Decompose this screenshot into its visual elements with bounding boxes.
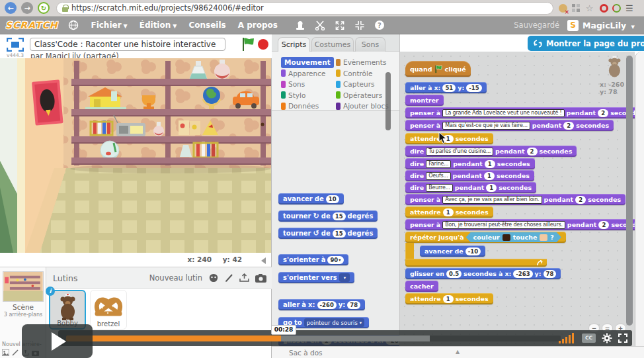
block-text-input[interactable]: Avec ça, je ne vais pas aller bien loin. — [442, 196, 542, 204]
backdrop-library-icon[interactable] — [2, 349, 9, 356]
palette-block[interactable]: s'orientervers▾ — [278, 272, 354, 283]
block-number-input[interactable]: 10 — [326, 195, 339, 203]
palette-block[interactable]: alleràx:-260y:78 — [278, 299, 365, 310]
block-number-input[interactable]: 2 — [575, 196, 586, 204]
script-block[interactable]: quandcliqué — [405, 61, 471, 77]
browser-menu-icon[interactable]: ☰ — [625, 3, 633, 13]
category-apparence[interactable]: Apparence — [281, 68, 334, 79]
url-bar[interactable]: https://scratch.mit.edu/projects/9862400… — [56, 2, 553, 15]
scripts-workspace[interactable]: x: -260 y: 78 quandcliquéalleràx:51y:-15… — [400, 52, 635, 346]
palette-scrollbar[interactable] — [385, 72, 391, 130]
video-play-button[interactable] — [22, 324, 93, 358]
camera-sprite-icon[interactable] — [255, 274, 266, 283]
category-contrôle[interactable]: Contrôle — [336, 68, 389, 79]
sprite-card-bretzel[interactable]: bretzel — [90, 290, 127, 330]
tab-costumes[interactable]: Costumes — [311, 37, 354, 52]
block-number-input[interactable]: 2 — [563, 122, 574, 130]
block-color-input[interactable] — [503, 234, 510, 241]
closed-captions-button[interactable]: CC — [582, 334, 596, 343]
paint-new-sprite-icon[interactable] — [225, 273, 233, 283]
extension-grid-icon[interactable] — [572, 4, 580, 12]
script-block[interactable]: direTu parles d'une cuisine...pendant2se… — [405, 146, 577, 157]
script-block[interactable] — [405, 259, 547, 267]
block-number-input[interactable]: 78 — [543, 270, 557, 278]
category-stylo[interactable]: Stylo — [281, 90, 334, 101]
block-number-input[interactable]: 78 — [347, 301, 360, 309]
category-mouvement[interactable]: Mouvement — [281, 57, 334, 68]
block-number-input[interactable]: 15 — [333, 212, 346, 220]
block-number-input[interactable]: 1 — [485, 160, 495, 168]
block-text-input[interactable]: Bon, je trouverai peut-être des choses a… — [442, 221, 565, 229]
sync-icon[interactable] — [612, 4, 621, 13]
block-text-input[interactable]: Farine... — [426, 160, 451, 168]
script-block[interactable]: répéterjusqu'àcouleurtouche? — [405, 232, 566, 243]
script-block[interactable]: attendre1secondes — [405, 293, 493, 304]
browser-back-button[interactable]: ← — [5, 2, 17, 14]
browser-forward-button[interactable]: → — [21, 2, 33, 14]
delete-scissors-icon[interactable] — [315, 21, 325, 30]
script-block[interactable]: montrer — [405, 95, 444, 106]
volume-icon[interactable] — [559, 333, 577, 343]
script-block[interactable]: direBeurre...pendant1secondes — [405, 182, 536, 193]
user-menu[interactable]: MagicLily ▼ — [583, 21, 635, 30]
block-text-input[interactable]: Oeufs... — [426, 172, 450, 180]
script-block[interactable]: direOeufs...pendant1secondes — [405, 170, 534, 181]
script-block[interactable]: penseràBon, je trouverai peut-être des c… — [405, 219, 635, 230]
script-block[interactable]: cacher — [405, 281, 438, 292]
grow-sprite-icon[interactable] — [335, 21, 345, 30]
block-number-input[interactable]: -260 — [317, 301, 337, 309]
duplicate-stamp-icon[interactable] — [295, 21, 305, 30]
video-fullscreen-icon[interactable] — [618, 334, 627, 343]
script-block[interactable]: attendre1secondes — [405, 206, 493, 218]
script-block[interactable]: alleràx:51y:-15 — [405, 82, 487, 93]
backpack-expand-icon[interactable]: ▲ — [456, 349, 460, 355]
sprite-card-bobby[interactable]: i Bobby — [49, 290, 86, 330]
block-number-input[interactable]: 1 — [486, 184, 497, 192]
block-number-input[interactable]: 1 — [443, 208, 454, 216]
script-block[interactable]: penseràMais qu'est-ce que je vais faire.… — [405, 120, 614, 131]
video-settings-gear-icon[interactable] — [602, 333, 612, 343]
block-color-input[interactable] — [540, 234, 547, 241]
bookmark-star-icon[interactable]: ☆ — [584, 3, 595, 13]
block-dropdown[interactable]: pointeur de souris▾ — [304, 318, 364, 327]
block-number-input[interactable]: 1 — [484, 172, 495, 180]
stage[interactable] — [0, 58, 272, 253]
menu-fichier[interactable]: Fichier▼ — [91, 21, 127, 30]
stop-button[interactable] — [258, 39, 268, 50]
block-number-input[interactable]: 2 — [598, 109, 608, 117]
extension-cookie-icon[interactable] — [559, 4, 567, 13]
menu-a-propos[interactable]: A propos — [238, 21, 278, 30]
block-number-input[interactable]: -263 — [513, 270, 532, 278]
script-block[interactable]: penseràAvec ça, je ne vais pas aller bie… — [405, 194, 625, 205]
show-project-page-button[interactable]: Montrer la page du projet — [528, 36, 644, 51]
block-number-input[interactable]: -15 — [466, 84, 481, 92]
block-help-icon[interactable]: ? — [374, 20, 385, 30]
backpack-bar[interactable]: Sac à dos ▲ — [272, 346, 644, 358]
block-number-input[interactable]: -10 — [465, 247, 481, 255]
palette-block[interactable]: tourner↺de15degrés — [278, 228, 378, 239]
script-block[interactable]: direFarine...pendant1secondes — [405, 158, 535, 169]
browser-reload-button[interactable]: ↻ — [38, 2, 50, 14]
tab-sons[interactable]: Sons — [355, 37, 385, 52]
block-dropdown[interactable]: ▾ — [339, 273, 350, 282]
block-number-input[interactable]: 1 — [443, 295, 454, 303]
palette-block[interactable]: avancerde10 — [278, 193, 344, 204]
category-capteurs[interactable]: Capteurs — [336, 79, 389, 90]
user-avatar[interactable]: S — [567, 20, 579, 31]
condition-slot[interactable]: couleurtouche? — [466, 232, 561, 242]
block-number-input[interactable]: 2 — [598, 221, 609, 229]
block-number-input[interactable]: 51 — [442, 84, 456, 92]
script-block[interactable]: glisseren0.5secondesàx:-263y:78 — [405, 268, 561, 279]
project-title-input[interactable] — [30, 38, 225, 51]
scripts-scrollbar[interactable] — [626, 56, 633, 326]
language-globe-icon[interactable] — [68, 20, 79, 30]
upload-sprite-icon[interactable] — [239, 273, 249, 283]
menu-conseils[interactable]: Conseils — [188, 21, 225, 30]
block-number-dropdown[interactable]: 90▾ — [327, 256, 343, 264]
category-evènements[interactable]: Evènements — [336, 57, 389, 68]
menu-edition[interactable]: Édition▼ — [140, 21, 177, 30]
block-text-input[interactable]: Tu parles d'une cuisine... — [426, 148, 493, 156]
stage-thumbnail[interactable] — [3, 271, 44, 302]
backdrop-paint-icon[interactable] — [12, 349, 19, 356]
category-sons[interactable]: Sons — [281, 79, 334, 90]
